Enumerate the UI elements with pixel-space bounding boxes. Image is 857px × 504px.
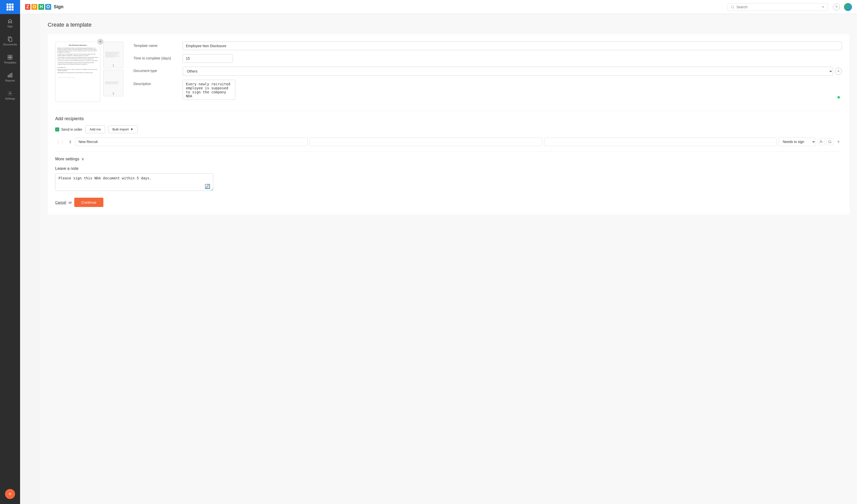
doc-previews: ✕ Non-Disclosure Agreement Disclosure of…: [55, 41, 123, 102]
divider-1: [55, 111, 842, 111]
documents-icon: [7, 36, 13, 42]
emoji-icon[interactable]: 🔄: [205, 184, 210, 189]
send-in-order-label[interactable]: ✓ Send in order: [55, 128, 82, 132]
search-area[interactable]: ▼: [727, 3, 828, 11]
template-form: Template name Time to complete (days) Do…: [133, 41, 842, 102]
logo-o: O: [31, 4, 37, 10]
recipient-email-input[interactable]: [309, 137, 542, 146]
doc-thumb-stack: 1 2: [103, 41, 123, 96]
search-icon: [731, 5, 734, 9]
sidebar-item-sign[interactable]: Sign: [0, 14, 20, 32]
recipient-phone-input[interactable]: [544, 137, 776, 146]
logo-o2: O: [45, 4, 51, 10]
description-row: Description Every newly recruited employ…: [133, 80, 842, 101]
send-in-order-checkbox[interactable]: ✓: [55, 128, 59, 132]
recipients-title: Add recipients: [55, 116, 842, 121]
svg-rect-1: [9, 38, 12, 41]
templates-icon: [7, 54, 13, 60]
svg-rect-7: [10, 74, 11, 77]
description-label: Description: [133, 80, 179, 86]
recipient-search-icon-btn[interactable]: [826, 138, 834, 145]
drag-handle[interactable]: ⋮⋮: [55, 139, 65, 144]
sidebar-reports-label: Reports: [5, 79, 15, 82]
main-content: Create a template ✕ Non-Disclosure Agree…: [40, 14, 857, 504]
svg-rect-6: [8, 75, 9, 77]
note-wrap: Please sign this NDA document within 5 d…: [55, 173, 213, 192]
svg-point-12: [829, 140, 831, 143]
cancel-link[interactable]: Cancel: [55, 200, 66, 204]
more-settings-button[interactable]: More settings ∨: [55, 156, 842, 161]
sidebar-templates-label: Templates: [4, 61, 16, 64]
page-title: Create a template: [48, 21, 850, 28]
logo: Z O H O Sign: [25, 4, 64, 10]
time-input[interactable]: [183, 54, 233, 63]
logo-z: Z: [25, 4, 30, 10]
svg-rect-8: [11, 73, 12, 77]
recipient-name-input[interactable]: [75, 137, 307, 146]
description-textarea[interactable]: Every newly recruited employee is suppos…: [183, 80, 235, 100]
svg-rect-2: [8, 55, 10, 57]
search-recipient-icon: [828, 140, 831, 144]
sidebar-item-reports[interactable]: Reports: [0, 68, 20, 86]
people-icon: [820, 140, 823, 144]
bottom-actions: Cancel or Continue: [55, 198, 842, 207]
reports-icon: [7, 72, 13, 78]
sidebar-item-templates[interactable]: Templates: [0, 50, 20, 68]
content-area: ✕ Non-Disclosure Agreement Disclosure of…: [48, 34, 850, 215]
grid-icon: [6, 3, 14, 11]
delete-button[interactable]: ✕: [97, 39, 103, 45]
recipient-role-select[interactable]: Needs to sign Receives a copy In person …: [778, 137, 816, 146]
note-section: Leave a note Please sign this NDA docume…: [55, 166, 842, 192]
app-grid-button[interactable]: [0, 0, 20, 14]
settings-icon: [7, 90, 13, 96]
logo-h: H: [38, 4, 44, 10]
sidebar-item-documents[interactable]: Documents: [0, 32, 20, 50]
template-name-input[interactable]: [183, 41, 842, 50]
svg-rect-3: [10, 55, 12, 57]
topbar-right: ?: [833, 3, 852, 11]
sidebar-documents-label: Documents: [3, 43, 17, 46]
svg-rect-4: [8, 57, 10, 59]
continue-button[interactable]: Continue: [74, 198, 103, 207]
search-input[interactable]: [736, 5, 820, 9]
svg-point-10: [731, 5, 734, 8]
or-text: or: [69, 200, 72, 204]
recipient-icons: +: [818, 138, 842, 145]
description-status-dot: [837, 96, 840, 99]
more-settings-label: More settings: [55, 157, 79, 161]
thumb-page-1: 1: [113, 64, 114, 67]
template-top-section: ✕ Non-Disclosure Agreement Disclosure of…: [55, 41, 842, 102]
note-textarea[interactable]: Please sign this NDA document within 5 d…: [55, 173, 213, 191]
description-textarea-wrap: Every newly recruited employee is suppos…: [183, 80, 842, 101]
add-button[interactable]: +: [5, 489, 15, 499]
sidebar-settings-label: Settings: [5, 97, 15, 100]
recipients-controls: ✓ Send in order Add me Bulk import ▼: [55, 125, 842, 133]
more-settings-chevron-icon: ∨: [81, 156, 84, 161]
divider-2: [55, 151, 842, 152]
doc-thumb-2[interactable]: 2: [103, 70, 123, 96]
recipient-row: ⋮⋮ 1 Needs to sign Receives a copy In pe…: [55, 137, 842, 146]
avatar[interactable]: [844, 3, 852, 11]
doc-type-select[interactable]: Others NDA Contract Agreement: [183, 67, 833, 76]
sidebar-item-settings[interactable]: Settings: [0, 86, 20, 104]
svg-rect-5: [10, 57, 12, 59]
bulk-import-button[interactable]: Bulk import ▼: [108, 125, 138, 133]
sidebar: Sign Documents Templates Reports Setting…: [0, 0, 20, 504]
doc-thumb-1[interactable]: 1: [103, 41, 123, 68]
thumb-page-2: 2: [113, 92, 114, 95]
note-label: Leave a note: [55, 166, 842, 171]
doc-type-label: Document type: [133, 67, 179, 73]
add-me-button[interactable]: Add me: [85, 125, 105, 133]
search-dropdown[interactable]: ▼: [822, 5, 825, 9]
help-icon[interactable]: ?: [833, 3, 840, 11]
recipient-people-icon-btn[interactable]: [818, 138, 825, 145]
recipient-add-icon[interactable]: +: [835, 138, 842, 145]
doc-type-add-button[interactable]: +: [835, 68, 842, 75]
recipient-number: 1: [67, 140, 73, 144]
bulk-import-chevron: ▼: [130, 128, 133, 131]
doc-preview-main[interactable]: Non-Disclosure Agreement Disclosure of C…: [55, 41, 100, 102]
topbar: Z O H O Sign ▼ ?: [20, 0, 857, 14]
doc-type-row: Document type Others NDA Contract Agreem…: [133, 67, 842, 76]
doc-type-select-wrap: Others NDA Contract Agreement +: [183, 67, 842, 76]
template-name-label: Template name: [133, 41, 179, 48]
